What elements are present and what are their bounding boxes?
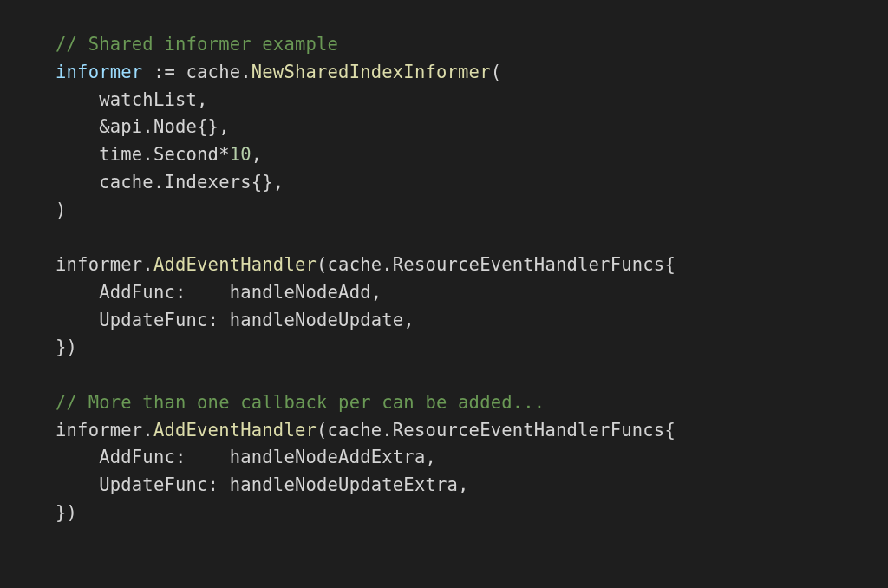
code-token: (cache.ResourceEventHandlerFuncs{	[317, 254, 676, 275]
code-line: &api.Node{},	[56, 116, 230, 137]
code-token: informer.	[56, 254, 153, 275]
code-token: cache.Indexers{},	[99, 172, 284, 193]
code-token: AddEventHandler	[153, 420, 317, 441]
code-token: watchList,	[99, 89, 207, 110]
code-token: := cache.	[142, 62, 251, 82]
code-token	[56, 310, 99, 330]
code-line: UpdateFunc: handleNodeUpdateExtra,	[56, 474, 469, 495]
code-token: // Shared informer example	[56, 34, 338, 55]
code-token: ,	[251, 144, 263, 165]
code-token: AddFunc: handleNodeAdd,	[99, 282, 382, 303]
code-token: (	[491, 62, 502, 82]
code-token: informer.	[56, 420, 153, 441]
code-token: time.Second*	[99, 144, 230, 165]
code-token: UpdateFunc: handleNodeUpdate,	[99, 310, 415, 330]
code-token: })	[56, 502, 77, 523]
code-token	[56, 89, 99, 110]
code-token	[56, 474, 99, 495]
code-line: watchList,	[56, 89, 208, 110]
code-token: })	[56, 336, 77, 357]
code-token: UpdateFunc: handleNodeUpdateExtra,	[99, 474, 468, 495]
code-line: )	[56, 199, 67, 220]
code-line: informer := cache.NewSharedIndexInformer…	[56, 62, 501, 82]
code-line: UpdateFunc: handleNodeUpdate,	[56, 310, 415, 330]
code-token	[56, 172, 99, 193]
code-token: informer	[56, 62, 142, 82]
code-token: 10	[230, 144, 251, 165]
code-token: // More than one callback per can be add…	[56, 392, 545, 413]
code-line: // More than one callback per can be add…	[56, 392, 545, 413]
code-token: &api.Node{},	[99, 116, 230, 137]
code-line: // Shared informer example	[56, 34, 338, 55]
code-line: informer.AddEventHandler(cache.ResourceE…	[56, 254, 676, 275]
code-token: )	[56, 199, 67, 220]
code-token	[56, 144, 99, 165]
code-block: // Shared informer example informer := c…	[0, 0, 888, 527]
code-token: AddFunc: handleNodeAddExtra,	[99, 447, 436, 467]
code-token: (cache.ResourceEventHandlerFuncs{	[317, 420, 676, 441]
code-line: informer.AddEventHandler(cache.ResourceE…	[56, 420, 676, 441]
code-line: AddFunc: handleNodeAdd,	[56, 282, 382, 303]
code-line: time.Second*10,	[56, 144, 262, 165]
code-line: })	[56, 336, 77, 357]
code-token	[56, 447, 99, 467]
code-line: AddFunc: handleNodeAddExtra,	[56, 447, 436, 467]
code-token: NewSharedIndexInformer	[251, 62, 491, 82]
code-token	[56, 282, 99, 303]
code-line: cache.Indexers{},	[56, 172, 284, 193]
code-token	[56, 116, 99, 137]
code-line: })	[56, 502, 77, 523]
code-token: AddEventHandler	[153, 254, 317, 275]
